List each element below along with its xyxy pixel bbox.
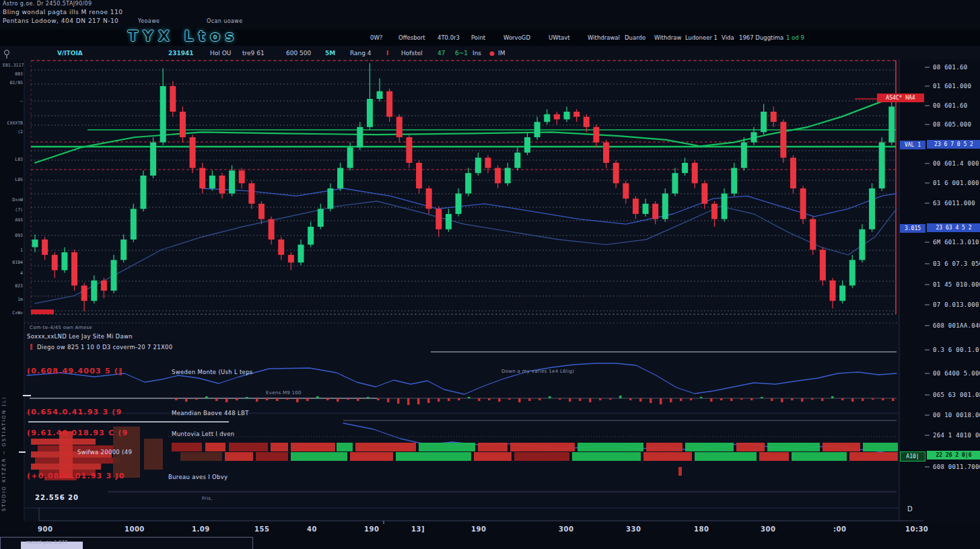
time-label-6: 13] [411,526,425,533]
price-tick-7: 6M 601.3.010 [933,240,979,246]
left-price-label-12: 1 [3,248,23,253]
price-tick-13: 00 6400 5.000 [933,371,980,377]
time-label-13: 10:30 [905,526,928,533]
chart-canvas[interactable] [0,0,980,549]
price-tick-0: 08 601.60 [933,65,967,71]
left-price-label-11: 093 [3,233,23,238]
price-tick-14: 065 63 001.080 [933,392,980,398]
time-label-11: 300 [761,526,775,533]
price-tick-3: 08 605.000 [933,122,971,128]
trading-terminal: Astro g.oe. Dr 2450.5TAJ90/09 Bling wond… [0,0,980,549]
macd-mark: ‖ [30,344,33,350]
axis-blue-tag-0: 23 6 7 0 5 2 [927,140,980,149]
left-price-label-10: A93 [3,218,23,223]
indicator1-value: (0.654.0.41.93 3 (9 [27,408,122,416]
macd-label[interactable]: Diego ow 825 1 10 0 D3 coverm-20 7 21X00 [37,344,173,351]
oscillator-note: Down a my varies 1e4 L6lig) [501,369,574,374]
ema-label: Evens M9 100 [266,391,302,396]
price-tick-10: 07 0.013.000 [933,302,979,308]
time-label-12: :00 [833,526,846,533]
price-tick-1: 01 601.000 [933,83,971,89]
hint-tooltip: record yes, 1,077 [0,537,253,549]
oscillator-value: (0.608.49.4003 5 (‖ [27,367,123,375]
price-tick-6: 63 6011.000 [933,200,975,207]
left-price-label-6: L03 [3,157,23,162]
axis-blue-tag-small-0: VAL 1 [900,141,925,149]
price-tick-15: 00 10 0018.000 [933,412,980,418]
indicator2-value: (9.61.40 018.93 C (9 [27,429,128,437]
oscillator-label[interactable]: Sweden Monte (Ush L teps [172,369,253,375]
footer-value: 22.556 20 [35,495,79,501]
price-tick-5: 01 6 001.000 [933,180,979,186]
price-tick-12: 0.3 6 00.1.0 [933,347,979,353]
price-tick-8: 03 6 07.3 050 [933,261,980,267]
left-price-label-4: CXXXTB [3,121,23,126]
footer-label: Fris, [202,497,213,501]
time-label-5: 190 [364,526,379,533]
indicator1-label[interactable]: Meandian Baove 448 LBT [172,410,249,416]
anchor-icon [5,50,9,59]
current-price-tag: AS4C* HA4 [877,94,924,102]
time-label-4: 40 [307,526,317,533]
left-price-label-3: — [3,99,23,104]
panel2-title: Soxxx,xxLND Lee Jay Site Mi Dawn [27,334,133,340]
time-label-10: 180 [694,526,709,533]
time-label-7: 190 [471,526,486,533]
price-tick-2: 00 601.60 [933,103,967,109]
left-price-label-15: 023 [3,284,23,289]
axis-blue-tag-1: 23 63 4 5 2 [927,223,980,232]
left-price-label-2: 02/05 [3,81,23,85]
price-tick-11: 608 001AA.040 [933,323,980,329]
price-tick-9: 01 45 010.000 [933,282,980,288]
axis-green-tag: 22 26 2 0|6 [927,451,980,460]
refresh-icon[interactable]: D [907,505,913,513]
left-price-label-0: E01.3117 [3,63,23,68]
heatstrip-label: Swifwa 20000 (49 [77,449,132,455]
time-label-9: 330 [626,526,641,533]
left-price-label-8: DxxW [3,198,23,203]
left-price-label-7: L05 [3,178,23,182]
left-price-label-13: 0104 [3,260,23,265]
time-label-2: 1.09 [192,526,210,533]
time-label-8: 300 [559,526,573,533]
price-tick-4: 00 601.4 000 [933,161,979,167]
axis-blue-tag-small-1: 3.015 [900,224,925,233]
time-label-0: 900 [38,526,53,533]
price-tick-16: 264 1 4010 000 [933,433,980,439]
time-label-1: 1000 [125,526,145,533]
panel2-title-small: Com-te-4/45 own Amese [30,326,92,330]
price-tick-17: 608 0011.7000 [933,464,980,470]
time-label-3: 155 [254,526,269,533]
left-price-label-14: 4 [3,271,23,276]
left-price-label-1: 003 [3,72,23,77]
indicator2-label[interactable]: Muntovia Lett I dven [172,431,234,437]
tooltip-text: record yes, 1,077 [26,540,67,545]
indicator3-value: (+0.0800.01.93 3 J0 [27,472,125,480]
indicator3-label[interactable]: Bureau aves I Obvy [168,474,228,480]
sidebar-vertical-label: STUDIO KITZER ~ OSTIATION (L) [1,296,11,511]
left-price-label-9: (7) [3,208,23,213]
left-price-label-5: (2 [3,130,23,135]
axis-green-tag-small: A10| [900,451,925,462]
